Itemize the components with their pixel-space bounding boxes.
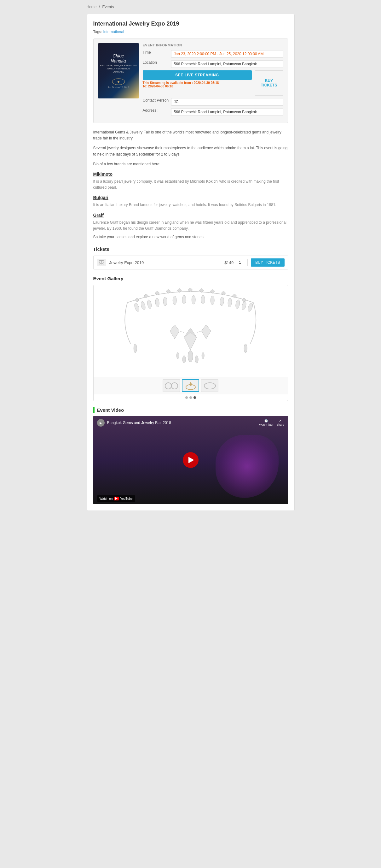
svg-marker-44 (189, 382, 192, 386)
ticket-price: $149 (215, 260, 234, 265)
location-label: Location (143, 60, 171, 65)
svg-point-23 (220, 297, 224, 306)
thumb3-svg (202, 380, 218, 391)
tag-international[interactable]: International (103, 30, 124, 34)
gallery-dot-2[interactable] (189, 396, 192, 399)
necklace-svg (103, 287, 278, 375)
watch-later-action[interactable]: 🕐 Watch later (259, 419, 273, 426)
watch-on-text: Watch on (100, 497, 113, 500)
gallery-thumb-1[interactable] (163, 379, 180, 392)
brand-desc-graff: Laurence Graff began his design career i… (93, 220, 288, 231)
streaming-area: SEE LIVE STREAMING This Streaming is ava… (143, 70, 283, 96)
share-label: Share (276, 423, 284, 426)
streaming-block: SEE LIVE STREAMING This Streaming is ava… (143, 70, 252, 88)
svg-point-27 (247, 303, 254, 312)
svg-point-34 (188, 350, 193, 362)
location-value: 566 Ploenchit Road Lumpini, Patumwan Ban… (171, 60, 283, 68)
address-value: 566 Ploenchit Road Lumpini, Patumwan Ban… (171, 108, 283, 116)
youtube-logo-bar[interactable]: Watch on YouTube (97, 495, 135, 502)
streaming-to-label: To: (143, 85, 147, 88)
contact-row: Contact Person JC (143, 98, 283, 106)
svg-point-40 (244, 344, 247, 353)
time-value: Jan 23, 2020 2:00:00 PM - Jun 25, 2020 1… (171, 50, 283, 58)
ticket-quantity-input[interactable] (237, 259, 248, 266)
video-overlay-top: ▶ Bangkok Gems and Jewelry Fair 2018 🕐 W… (93, 416, 288, 430)
brand-name-mikimoto: Mikimoto (93, 172, 288, 177)
thumb1-svg (164, 380, 179, 391)
svg-point-16 (155, 298, 160, 307)
time-label: Time (143, 50, 171, 55)
breadcrumb-home[interactable]: Home (86, 5, 97, 9)
image-subtitle: EXCLUSIVE, ANTIQUE & DIAMONDJEWELRY EXHI… (100, 64, 137, 73)
gallery-dot-3[interactable] (194, 396, 196, 399)
info-header: EVENT INFORMATION (143, 43, 283, 47)
gallery-main-image (94, 285, 288, 377)
image-title: ChloeNandita (111, 53, 126, 63)
video-container[interactable]: ▶ Bangkok Gems and Jewelry Fair 2018 🕐 W… (93, 416, 288, 504)
event-details: EVENT INFORMATION Time Jan 23, 2020 2:00… (143, 43, 283, 118)
gallery-dots (94, 394, 288, 401)
svg-marker-31 (201, 325, 211, 339)
gallery-thumb-3[interactable] (201, 379, 218, 392)
closing-text: So take your passes and explore a new wo… (93, 234, 288, 240)
youtube-label: YouTube (120, 497, 132, 500)
video-section: Event Video ▶ Bangkok Gems and Jewelry F… (93, 407, 288, 504)
buy-tickets-side-button[interactable]: BUY TICKETS (258, 79, 280, 87)
play-triangle-icon (188, 457, 194, 463)
svg-point-17 (163, 297, 167, 306)
gallery-section: Event Gallery (93, 276, 288, 401)
svg-point-20 (192, 295, 196, 304)
brand-graff: Graff Laurence Graff began his design ca… (93, 213, 288, 231)
streaming-from: 2020-04-30 05:18 (194, 81, 219, 85)
description-para1: International Gems & Jewelry Fair is one… (93, 129, 288, 142)
description-para3: Bio of a few brands are mentioned here: (93, 161, 288, 167)
gallery-dot-1[interactable] (185, 396, 188, 399)
streaming-note-label: This Streaming is available from : (143, 81, 193, 85)
video-section-title: Event Video (93, 407, 288, 413)
svg-point-1 (117, 81, 119, 83)
svg-point-38 (202, 352, 204, 359)
svg-point-15 (147, 300, 152, 309)
contact-label: Contact Person (143, 98, 171, 102)
svg-point-22 (210, 296, 214, 305)
youtube-play-icon (115, 497, 117, 500)
svg-point-36 (195, 355, 198, 363)
svg-marker-30 (170, 325, 179, 339)
clock-icon: 🕐 (265, 419, 268, 423)
play-button[interactable] (183, 452, 199, 468)
svg-point-35 (182, 355, 185, 363)
tickets-section: Tickets 🖼 Jewelry Expo 2019 $149 BUY TIC… (93, 246, 288, 270)
breadcrumb: Home / Events (86, 3, 295, 11)
streaming-note: This Streaming is available from : 2020-… (143, 81, 252, 88)
event-image: ChloeNandita EXCLUSIVE, ANTIQUE & DIAMON… (98, 43, 139, 98)
brand-mikimoto: Mikimoto It is a luxury pearl jewelry co… (93, 172, 288, 191)
breadcrumb-separator: / (99, 5, 100, 9)
youtube-channel-icon: ▶ (97, 419, 105, 427)
breadcrumb-events[interactable]: Events (102, 5, 114, 9)
svg-point-41 (165, 383, 171, 389)
buy-tickets-box: BUY TICKETS (255, 70, 283, 96)
buy-tickets-button[interactable]: BUY TICKETS (251, 258, 284, 267)
youtube-icon (114, 497, 119, 500)
svg-point-25 (235, 300, 240, 309)
gallery-main (93, 285, 288, 401)
gallery-thumb-2[interactable] (182, 379, 199, 392)
svg-point-19 (182, 295, 186, 304)
streaming-to: 2020-04-30 06:18 (148, 85, 173, 88)
jewelry-decoration (111, 75, 126, 85)
location-row: Location 566 Ploenchit Road Lumpini, Pat… (143, 60, 283, 68)
svg-point-39 (134, 344, 137, 353)
tags-label: Tags: (93, 30, 102, 34)
svg-point-42 (171, 383, 178, 389)
svg-line-33 (197, 331, 201, 333)
share-icon: ↗ (279, 419, 281, 423)
svg-line-32 (179, 331, 184, 333)
brand-name-bulgari: Bulgari (93, 195, 288, 200)
share-action[interactable]: ↗ Share (276, 419, 284, 426)
event-dates: Jan 24 - Jan 26, 2019 (108, 86, 129, 88)
watch-later-label: Watch later (259, 423, 273, 426)
brand-bulgari: Bulgari It is an Italian Luxury Brand fa… (93, 195, 288, 208)
streaming-button[interactable]: SEE LIVE STREAMING (143, 70, 252, 80)
main-card: International Jewelry Expo 2019 Tags: In… (86, 14, 295, 511)
svg-point-37 (176, 352, 179, 359)
